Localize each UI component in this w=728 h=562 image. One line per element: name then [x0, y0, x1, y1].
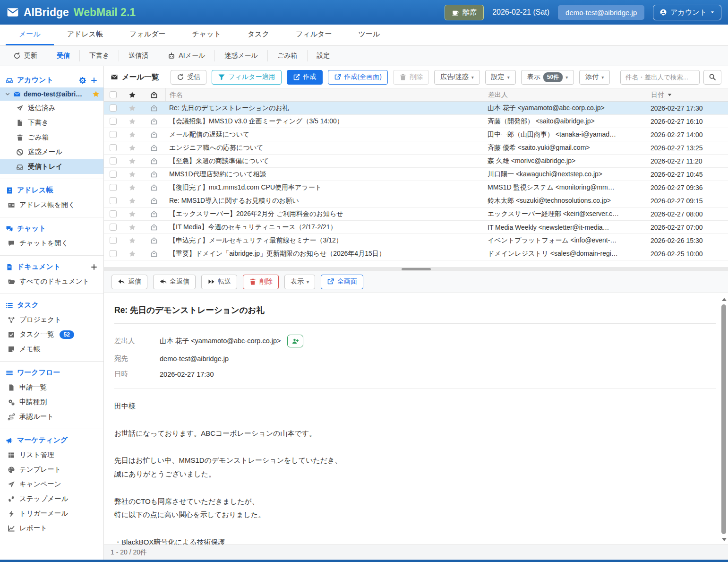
- star-icon[interactable]: [128, 157, 136, 165]
- forward-button[interactable]: 転送: [201, 275, 237, 289]
- mail-row[interactable]: メール配信の遅延について 田中一郎（山田商事） <tanaka-i@yamad……: [104, 128, 728, 141]
- row-checkbox[interactable]: [110, 104, 117, 112]
- mail-row[interactable]: 【申込完了】メールセキュリティ最前線セミナー（3/12） イベントプラットフォー…: [104, 234, 728, 247]
- search-input[interactable]: [620, 70, 700, 85]
- row-checkbox[interactable]: [110, 184, 117, 191]
- star-icon[interactable]: [128, 131, 136, 138]
- splitter-drag-handle[interactable]: [402, 268, 431, 270]
- star-icon[interactable]: [128, 237, 136, 244]
- sidebar-step-mail[interactable]: ステップメール: [0, 492, 103, 506]
- mail-row[interactable]: Re: 先日のデモンストレーションのお礼 山本 花子 <yamamoto@abc…: [104, 102, 728, 115]
- row-checkbox[interactable]: [110, 197, 117, 204]
- subnav-sent[interactable]: 送信済: [119, 50, 158, 61]
- sidebar-campaigns[interactable]: キャンペーン: [0, 477, 103, 492]
- sidebar-projects[interactable]: プロジェクト: [0, 312, 103, 327]
- sidebar-reports[interactable]: レポート: [0, 521, 103, 536]
- sidebar-folder-drafts[interactable]: 下書き: [0, 115, 103, 130]
- subnav-drafts[interactable]: 下書き: [80, 50, 119, 61]
- row-checkbox[interactable]: [110, 157, 117, 164]
- scrollbar-down-arrow[interactable]: [721, 536, 727, 543]
- unread-envelope-icon[interactable]: [150, 171, 158, 178]
- sidebar-folder-inbox[interactable]: 受信トレイ: [0, 159, 103, 174]
- tab-addressbook[interactable]: アドレス帳: [54, 25, 116, 45]
- unread-envelope-icon[interactable]: [150, 224, 158, 231]
- sidebar-application-list[interactable]: 申請一覧: [0, 380, 103, 395]
- account-settings-gear-button[interactable]: [79, 77, 86, 84]
- star-icon[interactable]: [128, 118, 136, 125]
- row-checkbox[interactable]: [110, 131, 117, 138]
- add-document-button[interactable]: [90, 263, 98, 271]
- sidebar-list-management[interactable]: リスト管理: [0, 448, 103, 462]
- tab-chat[interactable]: チャット: [179, 25, 234, 45]
- sidebar-folder-trash[interactable]: ごみ箱: [0, 130, 103, 145]
- message-delete-button[interactable]: 削除: [243, 275, 279, 289]
- sidebar-open-addressbook[interactable]: アドレス帳を開く: [0, 198, 103, 212]
- sidebar-all-documents[interactable]: すべてのドキュメント: [0, 274, 103, 289]
- star-icon[interactable]: [128, 197, 136, 205]
- mail-row[interactable]: 【復旧完了】mx1.mms1d.com CPU使用率アラート MMS1D 監視シ…: [104, 181, 728, 194]
- scrollbar-up-arrow[interactable]: [721, 296, 727, 303]
- scrollbar-thumb[interactable]: [721, 304, 726, 534]
- fullscreen-button[interactable]: 全画面: [321, 275, 363, 289]
- subnav-ai-mail[interactable]: AIメール: [158, 50, 215, 61]
- sidebar-approval-route[interactable]: 承認ルート: [0, 409, 103, 424]
- add-account-button[interactable]: [90, 77, 98, 84]
- star-icon[interactable]: [128, 210, 136, 218]
- sidebar-account-item[interactable]: demo-test@aibri…: [0, 87, 103, 101]
- subnav-settings[interactable]: 設定: [308, 50, 340, 61]
- away-button[interactable]: 離席: [445, 5, 484, 20]
- unread-envelope-icon[interactable]: [150, 250, 158, 258]
- compose-fullscreen-button[interactable]: 作成(全画面): [328, 70, 388, 85]
- settings-dropdown-button[interactable]: 設定▾: [485, 70, 516, 85]
- account-menu-button[interactable]: アカウント: [653, 5, 721, 20]
- star-icon[interactable]: [128, 250, 136, 258]
- attachment-dropdown-button[interactable]: 添付▾: [579, 70, 610, 85]
- search-button[interactable]: [703, 70, 721, 85]
- apply-filter-button[interactable]: フィルター適用: [212, 70, 281, 85]
- row-checkbox[interactable]: [110, 118, 117, 125]
- subnav-trash[interactable]: ごみ箱: [268, 50, 308, 61]
- star-icon[interactable]: [128, 171, 136, 178]
- row-checkbox[interactable]: [110, 224, 117, 231]
- view-count-dropdown-button[interactable]: 表示 50件 ▾: [521, 70, 574, 85]
- star-icon[interactable]: [128, 184, 136, 191]
- unread-envelope-icon[interactable]: [150, 210, 158, 218]
- select-all-checkbox[interactable]: [110, 91, 117, 98]
- mail-row[interactable]: 【会議招集】MMS1D v3.0 企画ミーティング（3/5 14:00） 斉藤（…: [104, 115, 728, 128]
- unread-envelope-icon[interactable]: [150, 144, 158, 152]
- sidebar-trigger-mail[interactable]: トリガーメール: [0, 506, 103, 521]
- subnav-inbox[interactable]: 受信: [47, 50, 80, 61]
- sidebar-folder-sent[interactable]: 送信済み: [0, 101, 103, 115]
- mail-row[interactable]: 【至急】来週の商談準備について 森 久雄 <morivc@aibridge.jp…: [104, 155, 728, 168]
- tab-folders[interactable]: フォルダー: [116, 25, 179, 45]
- row-checkbox[interactable]: [110, 171, 117, 178]
- row-checkbox[interactable]: [110, 250, 117, 257]
- unread-envelope-icon[interactable]: [150, 104, 158, 112]
- sidebar-notes[interactable]: メモ帳: [0, 342, 103, 356]
- mail-row[interactable]: MMS1D代理店契約について相談 川口陽一 <kawaguchi@nextste…: [104, 168, 728, 181]
- reply-all-button[interactable]: 全返信: [153, 275, 196, 289]
- sidebar-folder-spam[interactable]: 迷惑メール: [0, 145, 103, 159]
- row-checkbox[interactable]: [110, 144, 117, 151]
- star-icon[interactable]: [128, 224, 136, 231]
- star-icon[interactable]: [128, 144, 136, 152]
- tab-mail[interactable]: メール: [6, 25, 54, 45]
- sidebar-templates[interactable]: テンプレート: [0, 462, 103, 477]
- unread-envelope-icon[interactable]: [150, 118, 158, 125]
- unread-envelope-icon[interactable]: [150, 237, 158, 244]
- mail-row[interactable]: 【IT Media】今週のセキュリティニュース（2/17-2/21） IT Me…: [104, 221, 728, 234]
- delete-button[interactable]: 削除: [393, 70, 429, 85]
- mail-row[interactable]: エンジニア職への応募について 斉藤 優希 <saito.yuki@gmail.c…: [104, 141, 728, 155]
- sidebar-application-types[interactable]: 申請種別: [0, 395, 103, 409]
- view-dropdown-button[interactable]: 表示▾: [284, 275, 315, 289]
- chevron-down-icon[interactable]: [5, 91, 10, 97]
- sidebar-open-chat[interactable]: チャットを開く: [0, 236, 103, 251]
- receive-button[interactable]: 受信: [171, 70, 206, 85]
- favorite-star-icon[interactable]: [92, 90, 100, 98]
- mail-row[interactable]: Re: MMS1D導入に関するお見積りのお願い 鈴木太郎 <suzuki@tec…: [104, 194, 728, 208]
- subnav-spam[interactable]: 迷惑メール: [215, 50, 268, 61]
- unread-envelope-icon[interactable]: [150, 197, 158, 205]
- tab-filters[interactable]: フィルター: [283, 25, 345, 45]
- tab-tasks[interactable]: タスク: [234, 25, 283, 45]
- star-icon[interactable]: [128, 104, 136, 112]
